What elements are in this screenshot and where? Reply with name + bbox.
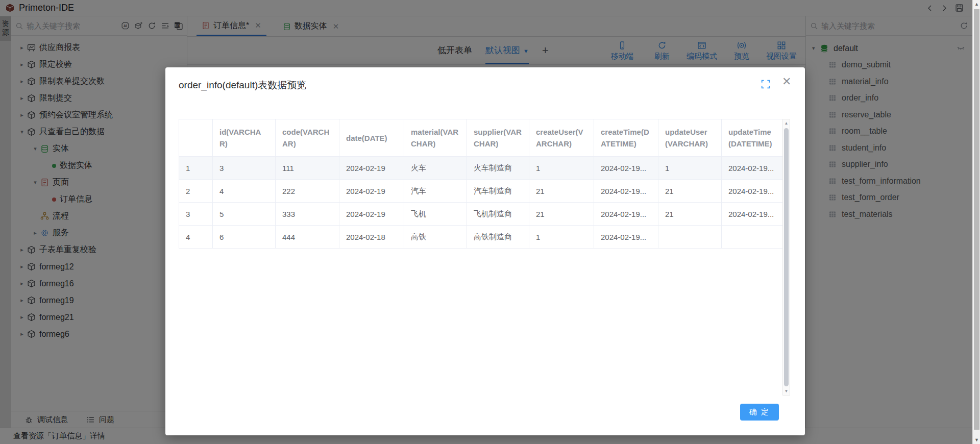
table-cell: 4	[213, 180, 276, 203]
table-cell: 1	[658, 157, 722, 180]
table-cell: 2024-02-19...	[722, 180, 783, 203]
data-table: id(VARCHAR)code(VARCHAR)date(DATE)materi…	[179, 119, 783, 249]
confirm-button[interactable]: 确 定	[740, 404, 779, 421]
table-body: 1 3 111 2024-02-19 火车 火车制造商 1 2024-02-19…	[179, 157, 783, 249]
table-header-cell: createTime(DATETIME)	[594, 119, 658, 157]
table-cell: 1	[529, 157, 594, 180]
table-cell: 5	[213, 203, 276, 226]
table-cell: 飞机	[404, 203, 467, 226]
table-cell: 高铁	[404, 226, 467, 249]
scrollbar-thumb[interactable]	[974, 9, 979, 430]
table-cell: 火车	[404, 157, 467, 180]
table-cell: 222	[276, 180, 339, 203]
table-row: 2 4 222 2024-02-19 汽车 汽车制造商 21 2024-02-1…	[179, 180, 783, 203]
table-cell: 333	[276, 203, 339, 226]
table-scrollbar[interactable]: ▲ ▼	[782, 119, 790, 396]
table-cell: 2024-02-19...	[594, 180, 658, 203]
table-cell: 火车制造商	[467, 157, 529, 180]
scroll-up-icon[interactable]: ▲	[973, 0, 980, 8]
table-cell	[722, 226, 783, 249]
table-cell: 2024-02-19...	[594, 157, 658, 180]
page-scrollbar[interactable]: ▲ ▼	[972, 0, 980, 444]
table-cell: 111	[276, 157, 339, 180]
table-cell: 21	[658, 180, 722, 203]
data-preview-table-wrap: id(VARCHAR)code(VARCHAR)date(DATE)materi…	[179, 119, 790, 396]
fullscreen-icon[interactable]	[761, 80, 770, 89]
table-cell: 2024-02-19	[339, 203, 404, 226]
table-header-cell: supplier(VARCHAR)	[467, 119, 529, 157]
scrollbar-thumb[interactable]	[784, 128, 789, 386]
table-cell: 2024-02-19...	[722, 157, 783, 180]
table-cell: 444	[276, 226, 339, 249]
table-row: 3 5 333 2024-02-19 飞机 飞机制造商 21 2024-02-1…	[179, 203, 783, 226]
scroll-down-icon[interactable]: ▼	[783, 387, 790, 395]
table-header-row: id(VARCHAR)code(VARCHAR)date(DATE)materi…	[179, 119, 783, 157]
table-cell: 1	[529, 226, 594, 249]
scroll-down-icon[interactable]: ▼	[973, 436, 980, 444]
table-cell: 2024-02-18	[339, 226, 404, 249]
table-cell: 4	[179, 226, 213, 249]
table-cell: 2024-02-19...	[722, 203, 783, 226]
table-cell: 汽车	[404, 180, 467, 203]
table-cell: 3	[213, 157, 276, 180]
modal-title: order_info(default)表数据预览	[179, 79, 306, 92]
close-icon[interactable]: ✕	[782, 76, 791, 87]
table-cell: 21	[658, 203, 722, 226]
table-cell: 2024-02-19...	[594, 203, 658, 226]
table-header-cell: updateUser(VARCHAR)	[658, 119, 722, 157]
modal-footer: 确 定	[740, 404, 779, 421]
table-cell: 2024-02-19	[339, 157, 404, 180]
table-header-cell: code(VARCHAR)	[276, 119, 339, 157]
table-cell: 2024-02-19	[339, 180, 404, 203]
scroll-up-icon[interactable]: ▲	[783, 119, 790, 127]
table-row: 4 6 444 2024-02-18 高铁 高铁制造商 1 2024-02-19…	[179, 226, 783, 249]
table-header-cell: material(VARCHAR)	[404, 119, 467, 157]
table-cell	[658, 226, 722, 249]
table-header-cell: updateTime(DATETIME)	[722, 119, 783, 157]
table-cell: 高铁制造商	[467, 226, 529, 249]
data-preview-modal: order_info(default)表数据预览 ✕ id(VARCHAR)co…	[165, 67, 805, 435]
table-header-cell: createUser(VARCHAR)	[529, 119, 594, 157]
table-cell: 2	[179, 180, 213, 203]
table-cell: 飞机制造商	[467, 203, 529, 226]
table-header-cell: id(VARCHAR)	[213, 119, 276, 157]
table-cell: 2024-02-19...	[594, 226, 658, 249]
table-row: 1 3 111 2024-02-19 火车 火车制造商 1 2024-02-19…	[179, 157, 783, 180]
table-cell: 汽车制造商	[467, 180, 529, 203]
table-header-cell	[179, 119, 213, 157]
table-cell: 21	[529, 203, 594, 226]
table-cell: 3	[179, 203, 213, 226]
table-cell: 1	[179, 157, 213, 180]
table-header-cell: date(DATE)	[339, 119, 404, 157]
table-cell: 21	[529, 180, 594, 203]
table-cell: 6	[213, 226, 276, 249]
